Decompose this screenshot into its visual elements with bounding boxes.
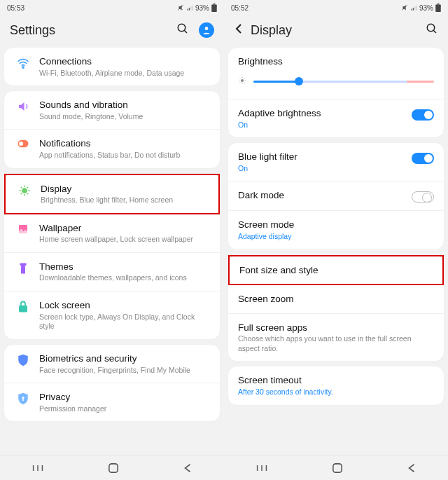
mute-icon [177,4,184,11]
svg-rect-1 [189,8,190,11]
nav-home[interactable] [332,463,342,473]
status-icons: 93% [401,4,441,12]
search-icon [426,22,438,35]
list-item[interactable]: Adaptive brightnessOn [228,100,444,137]
item-sub: App notifications, Status bar, Do not di… [39,151,210,160]
svg-rect-18 [411,9,412,11]
status-time: 05:53 [7,4,24,12]
row-icon [14,354,32,366]
svg-point-7 [205,27,209,30]
svg-rect-22 [438,4,440,5]
search-button[interactable] [176,22,189,38]
list-item[interactable]: WallpaperHome screen wallpaper, Lock scr… [4,214,220,253]
item-sub: Home screen wallpaper, Lock screen wallp… [39,235,210,245]
item-sub: Choose which apps you want to use in the… [238,334,434,353]
settings-group: Blue light filterOnDark modeScreen modeA… [228,143,444,249]
item-label: Privacy [39,391,210,404]
list-item[interactable]: Blue light filterOn [228,143,444,181]
item-sub: On [238,164,406,174]
nav-back[interactable] [183,463,192,473]
list-item[interactable]: Biometrics and securityFace recognition,… [4,345,220,383]
display-list[interactable]: Brightness Adaptive brightnessOn Blue li… [224,48,448,468]
status-bar: 05:52 93% [224,0,448,15]
title-bar: Display [224,15,448,48]
search-icon [176,22,189,35]
nav-home[interactable] [108,463,118,473]
settings-group: Screen timeoutAfter 30 seconds of inacti… [228,366,444,404]
nav-recents[interactable] [256,463,267,473]
list-item[interactable]: NotificationsApp notifications, Status b… [4,130,220,167]
item-label: Screen timeout [238,374,434,387]
item-label: Biometrics and security [39,352,210,365]
item-label: Blue light filter [238,151,406,163]
item-label: Sounds and vibration [39,99,210,111]
item-label: Display [41,183,209,196]
list-item[interactable]: Screen zoom [228,285,444,314]
svg-rect-26 [333,463,342,472]
brightness-slider[interactable] [253,81,434,83]
list-item[interactable]: Font size and style [228,255,444,286]
svg-rect-20 [414,6,415,10]
svg-rect-17 [109,463,118,472]
row-icon [15,184,34,197]
svg-rect-3 [192,6,193,11]
account-button[interactable] [199,22,214,38]
mute-icon [401,4,408,11]
list-item[interactable]: Screen modeAdaptive display [228,211,444,249]
toggle-switch[interactable] [412,153,434,164]
display-screen: 05:52 93% Display Brightness [224,0,448,480]
sun-icon [238,75,246,88]
nav-recents[interactable] [32,463,43,473]
settings-group: Biometrics and securityFace recognition,… [4,345,220,421]
item-label: Dark mode [238,189,406,202]
list-item[interactable]: PrivacyPermission manager [4,383,220,421]
chevron-left-icon [234,23,244,34]
list-item[interactable]: Dark mode [228,181,444,211]
settings-group: DisplayBrightness, Blue light filter, Ho… [4,174,220,339]
nav-back[interactable] [407,463,416,473]
item-label: Wallpaper [39,222,210,235]
brightness-row: Brightness [228,48,444,100]
slider-thumb[interactable] [295,77,303,85]
list-item[interactable]: Lock screenScreen lock type, Always On D… [4,292,220,339]
list-item[interactable]: DisplayBrightness, Blue light filter, Ho… [4,174,220,214]
list-item[interactable]: ThemesDownloadable themes, wallpapers, a… [4,253,220,292]
item-sub: Permission manager [39,404,210,414]
item-sub: Sound mode, Ringtone, Volume [39,112,210,122]
brightness-card: Brightness Adaptive brightnessOn [228,48,444,137]
item-label: Adaptive brightness [238,107,406,120]
item-label: Connections [39,55,210,68]
item-sub: After 30 seconds of inactivity. [238,388,434,397]
signal-icon [410,4,417,11]
svg-point-11 [22,188,27,193]
row-icon [14,262,32,275]
battery-icon [211,4,217,12]
item-label: Notifications [39,137,210,150]
settings-list[interactable]: ConnectionsWi-Fi, Bluetooth, Airplane mo… [0,48,224,468]
toggle-switch[interactable] [412,109,434,121]
row-icon [14,57,32,69]
account-icon [202,25,211,35]
item-sub: Adaptive display [238,232,434,242]
row-icon [14,301,32,313]
item-label: Lock screen [39,299,210,312]
signal-icon [186,4,193,11]
list-item[interactable]: Sounds and vibrationSound mode, Ringtone… [4,91,220,130]
list-item[interactable]: Full screen appsChoose which apps you wa… [228,314,444,362]
item-sub: Screen lock type, Always On Display, and… [39,313,210,331]
item-label: Font size and style [239,264,433,277]
search-button[interactable] [426,22,438,38]
page-title: Display [251,23,292,38]
row-icon [14,100,32,113]
settings-group: Sounds and vibrationSound mode, Ringtone… [4,91,220,167]
svg-point-10 [19,142,23,146]
svg-rect-4 [214,4,216,5]
back-button[interactable] [234,23,244,37]
item-sub: Brightness, Blue light filter, Home scre… [41,196,209,205]
svg-point-25 [241,79,244,82]
list-item[interactable]: ConnectionsWi-Fi, Bluetooth, Airplane mo… [4,48,220,85]
toggle-switch[interactable] [412,191,434,203]
list-item[interactable]: Screen timeoutAfter 30 seconds of inacti… [228,366,444,404]
svg-rect-14 [19,306,27,313]
row-icon [14,224,32,235]
